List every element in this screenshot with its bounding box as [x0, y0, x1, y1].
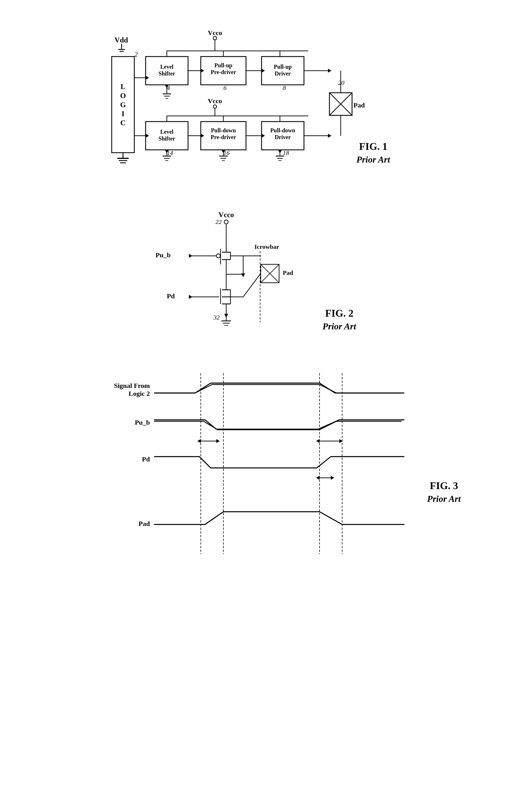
svg-text:Pull-down: Pull-down: [270, 127, 295, 133]
svg-text:2: 2: [134, 51, 138, 58]
svg-text:Level: Level: [160, 129, 173, 135]
svg-text:Logic 2: Logic 2: [128, 390, 150, 397]
svg-rect-30: [262, 56, 304, 85]
fig2-diagram: Vcco 22 Pu_b: [133, 209, 387, 356]
svg-text:4: 4: [167, 84, 170, 91]
svg-text:L: L: [121, 83, 125, 91]
svg-text:6: 6: [224, 84, 227, 91]
svg-text:Pull-up: Pull-up: [274, 63, 291, 70]
svg-rect-62: [262, 122, 304, 150]
svg-text:Pad: Pad: [354, 102, 365, 109]
svg-text:Icrowbar: Icrowbar: [255, 243, 279, 250]
svg-text:Driver: Driver: [275, 134, 291, 140]
svg-marker-37: [201, 69, 204, 73]
svg-marker-71: [262, 134, 265, 138]
svg-line-90: [330, 93, 352, 115]
svg-text:Vdd: Vdd: [114, 36, 128, 44]
svg-marker-112: [189, 254, 192, 258]
svg-text:Signal From: Signal From: [114, 382, 150, 389]
svg-rect-58: [201, 122, 246, 150]
svg-marker-153: [198, 439, 201, 443]
svg-point-103: [216, 254, 220, 258]
svg-text:Pd: Pd: [167, 292, 175, 300]
svg-text:Pu_b: Pu_b: [156, 251, 171, 259]
svg-marker-160: [331, 476, 334, 480]
svg-text:Pull-down: Pull-down: [211, 127, 236, 133]
svg-point-100: [224, 220, 228, 224]
svg-marker-43: [165, 85, 169, 88]
svg-text:8: 8: [283, 84, 286, 91]
svg-marker-35: [146, 76, 149, 80]
svg-marker-85: [278, 150, 282, 153]
svg-text:O: O: [120, 91, 126, 100]
svg-rect-89: [330, 93, 352, 115]
svg-marker-73: [328, 134, 331, 138]
svg-marker-80: [222, 150, 225, 153]
page: Vdd 2 L O G I C Vcco: [0, 0, 520, 812]
fig3-diagram: Signal From Logic 2 Pu_b Pd Pad: [105, 368, 416, 566]
svg-text:22: 22: [215, 218, 222, 225]
svg-text:Prior Art: Prior Art: [322, 321, 356, 331]
fig1-diagram: Vdd 2 L O G I C Vcco: [105, 28, 416, 192]
svg-text:20: 20: [338, 79, 344, 86]
svg-text:Vcco: Vcco: [218, 211, 234, 219]
svg-marker-67: [146, 134, 149, 138]
svg-marker-133: [189, 295, 192, 299]
svg-rect-22: [146, 56, 188, 85]
svg-text:Pre-driver: Pre-driver: [211, 69, 236, 75]
svg-rect-26: [201, 56, 246, 85]
svg-text:I: I: [121, 110, 124, 118]
svg-marker-136: [224, 314, 228, 317]
svg-text:Prior Art: Prior Art: [356, 154, 390, 164]
svg-text:Prior Art: Prior Art: [427, 494, 461, 504]
svg-text:Pad: Pad: [283, 269, 293, 276]
svg-marker-39: [262, 69, 265, 73]
svg-text:14: 14: [167, 149, 173, 156]
svg-text:Pd: Pd: [142, 455, 150, 463]
svg-text:32: 32: [213, 314, 220, 321]
svg-marker-41: [328, 69, 331, 73]
svg-marker-69: [201, 134, 204, 138]
svg-text:FIG. 1: FIG. 1: [359, 141, 387, 152]
svg-rect-5: [112, 56, 134, 153]
svg-text:Level: Level: [160, 63, 173, 70]
svg-rect-54: [146, 122, 188, 150]
svg-text:FIG. 3: FIG. 3: [430, 480, 458, 491]
svg-text:16: 16: [224, 149, 230, 156]
svg-text:Shifter: Shifter: [158, 71, 175, 77]
svg-marker-75: [165, 150, 169, 153]
svg-line-140: [243, 273, 261, 297]
svg-text:Vcco: Vcco: [208, 97, 222, 105]
svg-text:C: C: [120, 119, 126, 127]
svg-text:18: 18: [283, 149, 289, 156]
svg-text:Driver: Driver: [275, 71, 291, 77]
svg-text:FIG. 2: FIG. 2: [325, 308, 353, 319]
svg-text:Vcco: Vcco: [208, 29, 222, 36]
svg-text:Shifter: Shifter: [158, 135, 175, 142]
svg-point-48: [213, 105, 216, 108]
svg-text:Pad: Pad: [138, 520, 150, 527]
svg-line-91: [330, 93, 352, 115]
svg-text:Pu_b: Pu_b: [135, 419, 150, 426]
svg-marker-156: [316, 439, 319, 443]
svg-marker-154: [216, 439, 220, 443]
svg-marker-159: [316, 476, 319, 480]
svg-point-16: [213, 36, 216, 40]
svg-text:Pull-up: Pull-up: [214, 62, 232, 69]
svg-text:Pre-driver: Pre-driver: [211, 134, 236, 140]
svg-text:G: G: [120, 101, 126, 109]
